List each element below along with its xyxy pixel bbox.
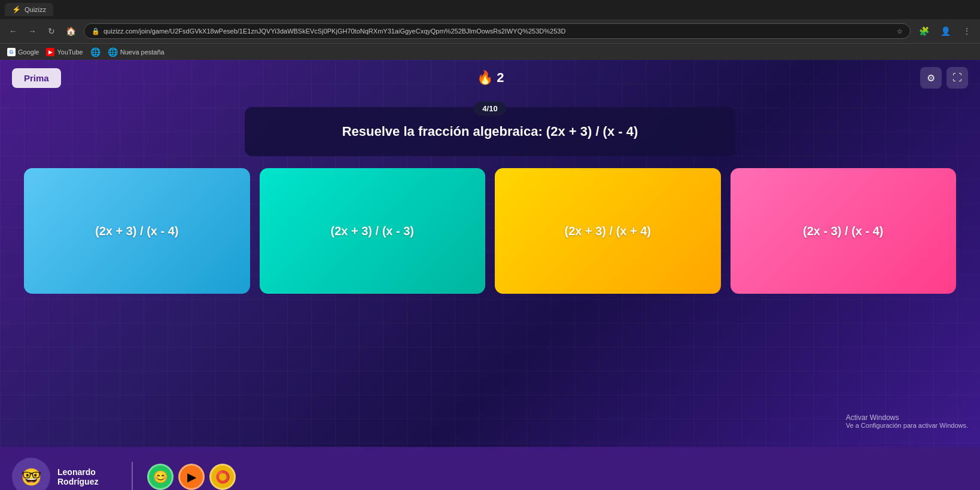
divider <box>132 462 133 490</box>
answer-text-3: (2x + 3) / (x + 4) <box>564 224 651 238</box>
bookmark-youtube[interactable]: ▶ YouTube <box>46 48 83 56</box>
home-button[interactable]: 🏠 <box>62 23 79 39</box>
windows-activation: Activar Windows Ve a Configuración para … <box>846 413 968 429</box>
google-icon: G <box>7 48 16 56</box>
answer-text-1: (2x + 3) / (x - 4) <box>95 224 179 238</box>
game-area: Prima 🔥 2 ⚙ ⛶ 4/10 Resuelve la fracción … <box>0 60 980 447</box>
browser-tab-bar: ⚡ Quizizz <box>0 0 980 19</box>
lock-icon: 🔒 <box>92 28 100 35</box>
answer-text-4: (2x - 3) / (x - 4) <box>803 224 883 238</box>
fire-icon: 🔥 <box>477 70 493 86</box>
back-button[interactable]: ← <box>5 23 22 39</box>
answers-grid: (2x + 3) / (x - 4) (2x + 3) / (x - 3) (2… <box>24 168 956 294</box>
player-info: 🤓 Leonardo Rodríguez 😊 ▶ ⭕ <box>12 458 236 490</box>
bottom-bar: 🤓 Leonardo Rodríguez 😊 ▶ ⭕ <box>0 447 980 490</box>
browser-chrome: ⚡ Quizizz ← → ↻ 🏠 🔒 quizizz.com/join/gam… <box>0 0 980 43</box>
fullscreen-button[interactable]: ⛶ <box>946 67 968 89</box>
activation-sub: Ve a Configuración para activar Windows. <box>846 422 968 429</box>
url-text: quizizz.com/join/game/U2FsdGVkX18wPeseb/… <box>104 28 565 35</box>
score-badge: 🔥 2 <box>477 70 504 86</box>
bookmark-globe1[interactable]: 🌐 <box>90 47 101 57</box>
score-value: 2 <box>497 70 504 86</box>
top-bar: Prima 🔥 2 ⚙ ⛶ <box>0 60 980 96</box>
globe1-icon: 🌐 <box>90 47 101 57</box>
profile-button[interactable]: 👤 <box>937 23 954 39</box>
question-container: 4/10 Resuelve la fracción algebraica: (2… <box>24 102 956 156</box>
answer-option-2[interactable]: (2x + 3) / (x - 3) <box>260 168 486 294</box>
powerup-1[interactable]: 😊 <box>147 464 174 490</box>
star-icon: ☆ <box>897 28 903 35</box>
top-icons: ⚙ ⛶ <box>920 67 968 89</box>
active-tab[interactable]: ⚡ Quizizz <box>5 3 53 16</box>
powerup-3[interactable]: ⭕ <box>209 464 236 490</box>
powerups: 😊 ▶ ⭕ <box>147 464 236 490</box>
question-text: Resuelve la fracción algebraica: (2x + 3… <box>269 124 711 139</box>
prima-button[interactable]: Prima <box>12 68 61 88</box>
browser-toolbar: ← → ↻ 🏠 🔒 quizizz.com/join/game/U2FsdGVk… <box>0 19 980 43</box>
player-avatar: 🤓 <box>12 458 50 490</box>
youtube-icon: ▶ <box>46 48 54 56</box>
progress-badge: 4/10 <box>474 102 506 115</box>
bookmark-google[interactable]: G Google <box>7 48 39 56</box>
tab-label: Quizizz <box>25 6 46 13</box>
bookmark-bar: G Google ▶ YouTube 🌐 🌐 Nueva pestaña <box>0 43 980 60</box>
nav-buttons: ← → ↻ 🏠 <box>5 23 79 39</box>
answer-option-1[interactable]: (2x + 3) / (x - 4) <box>24 168 250 294</box>
menu-button[interactable]: ⋮ <box>958 23 975 39</box>
globe2-icon: 🌐 <box>108 47 118 57</box>
avatar-emoji: 🤓 <box>21 467 42 487</box>
settings-button[interactable]: ⚙ <box>920 67 942 89</box>
answer-text-2: (2x + 3) / (x - 3) <box>331 224 415 238</box>
answer-option-4[interactable]: (2x - 3) / (x - 4) <box>731 168 957 294</box>
activation-title: Activar Windows <box>846 413 968 422</box>
extensions-button[interactable]: 🧩 <box>915 23 932 39</box>
reload-button[interactable]: ↻ <box>43 23 60 39</box>
youtube-label: YouTube <box>57 48 83 56</box>
address-bar[interactable]: 🔒 quizizz.com/join/game/U2FsdGVkX18wPese… <box>84 23 911 39</box>
bookmark-nueva-pestana[interactable]: 🌐 Nueva pestaña <box>108 47 165 57</box>
answer-option-3[interactable]: (2x + 3) / (x + 4) <box>495 168 721 294</box>
player-name: Leonardo Rodríguez <box>57 467 117 486</box>
google-label: Google <box>18 48 39 56</box>
powerup-2[interactable]: ▶ <box>178 464 205 490</box>
nueva-pestana-label: Nueva pestaña <box>120 48 165 56</box>
forward-button[interactable]: → <box>24 23 41 39</box>
